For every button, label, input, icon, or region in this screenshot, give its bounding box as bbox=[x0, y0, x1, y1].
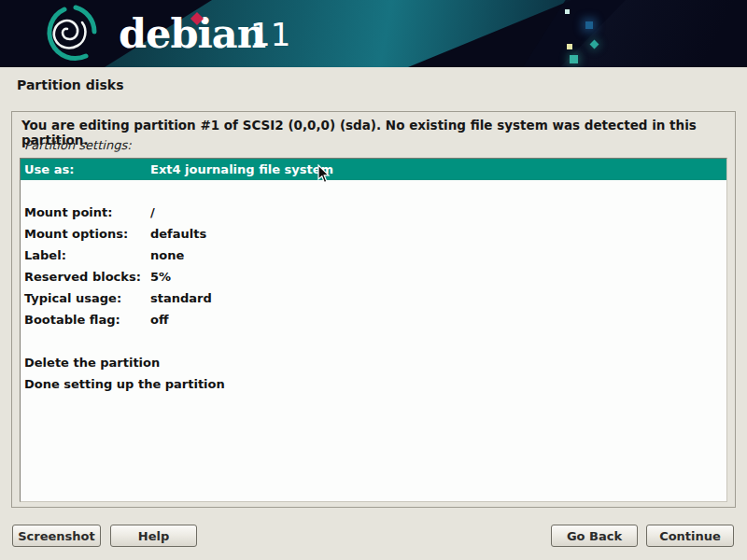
item-label: Label: bbox=[24, 245, 66, 266]
banner-square-cyan bbox=[565, 9, 570, 14]
item-value: off bbox=[150, 309, 168, 330]
list-item[interactable]: Bootable flag:off bbox=[21, 309, 726, 330]
item-label: Mount options: bbox=[24, 223, 128, 245]
banner: debian 11 bbox=[0, 0, 747, 67]
partition-settings-label: Partition settings: bbox=[24, 138, 132, 152]
list-item[interactable]: Use as:Ext4 journaling file system bbox=[21, 159, 726, 180]
list-item[interactable]: Delete the partition bbox=[21, 352, 726, 373]
item-value: Ext4 journaling file system bbox=[150, 159, 333, 180]
banner-square-blue bbox=[585, 21, 593, 29]
item-value: 5% bbox=[150, 266, 171, 287]
screenshot-button[interactable]: Screenshot bbox=[12, 525, 101, 547]
item-label: Reserved blocks: bbox=[24, 266, 141, 287]
item-value: standard bbox=[150, 287, 212, 309]
help-button[interactable]: Help bbox=[110, 525, 197, 547]
list-item[interactable]: Label:none bbox=[21, 245, 726, 266]
brand-version: 11 bbox=[250, 19, 290, 50]
list-item[interactable]: Done setting up the partition bbox=[21, 373, 726, 395]
settings-list[interactable]: Use as:Ext4 journaling file systemMount … bbox=[20, 158, 727, 502]
page-title: Partition disks bbox=[17, 77, 123, 92]
continue-button[interactable]: Continue bbox=[646, 525, 734, 547]
item-label: Bootable flag: bbox=[24, 309, 120, 330]
list-item[interactable]: Mount options:defaults bbox=[21, 223, 726, 245]
list-item[interactable]: Typical usage:standard bbox=[21, 287, 726, 309]
item-value: defaults bbox=[150, 223, 206, 245]
banner-square-yellow bbox=[567, 44, 572, 49]
go-back-button[interactable]: Go Back bbox=[551, 525, 638, 547]
item-label: Mount point: bbox=[24, 202, 112, 223]
item-label: Typical usage: bbox=[24, 287, 121, 309]
list-item[interactable] bbox=[21, 330, 726, 352]
item-value: / bbox=[150, 202, 155, 223]
debian-swirl-logo-icon bbox=[41, 4, 99, 63]
item-label: Use as: bbox=[24, 159, 74, 180]
item-label: Done setting up the partition bbox=[24, 373, 225, 395]
list-item[interactable]: Mount point:/ bbox=[21, 202, 726, 223]
banner-square-teal bbox=[570, 55, 578, 63]
mouse-cursor-icon bbox=[317, 164, 331, 184]
list-item[interactable]: Reserved blocks:5% bbox=[21, 266, 726, 287]
item-value: none bbox=[150, 245, 184, 266]
partition-settings-frame: You are editing partition #1 of SCSI2 (0… bbox=[11, 111, 736, 508]
item-label: Delete the partition bbox=[24, 352, 160, 373]
list-item[interactable] bbox=[21, 180, 726, 202]
